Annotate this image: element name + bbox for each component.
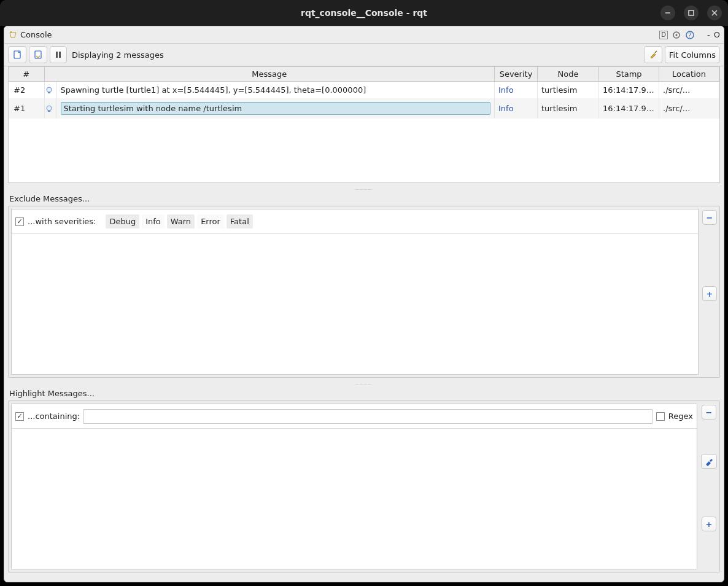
cell-location: ./src/...	[659, 82, 719, 99]
exclude-label: ...with severities:	[28, 217, 96, 226]
minus-icon: −	[707, 213, 713, 222]
window-maximize-button[interactable]	[684, 6, 699, 20]
table-row[interactable]: #2Spawning turtle [turtle1] at x=[5.5444…	[9, 82, 719, 99]
cell-stamp: 16:14:17.957...	[599, 82, 659, 99]
info-bulb-icon	[44, 98, 56, 119]
regex-label: Regex	[668, 412, 693, 421]
cell-num: #1	[9, 98, 44, 119]
highlight-marker-icon	[704, 456, 714, 466]
highlight-label: ...containing:	[28, 412, 80, 421]
cell-num: #2	[9, 82, 44, 99]
header-severity[interactable]: Severity	[495, 67, 538, 82]
status-text: Displaying 2 messages	[72, 50, 164, 60]
severity-chip-warn[interactable]: Warn	[167, 214, 195, 229]
header-stamp[interactable]: Stamp	[599, 67, 659, 82]
cell-stamp: 16:14:17.952...	[599, 98, 659, 119]
table-header-row: # Message Severity Node Stamp Location	[9, 67, 719, 82]
clear-button[interactable]	[644, 46, 662, 63]
plus-icon: +	[706, 520, 713, 529]
highlight-remove-button[interactable]: −	[702, 405, 716, 420]
svg-rect-11	[56, 52, 58, 58]
severity-chip-fatal[interactable]: Fatal	[227, 214, 253, 229]
messages-table[interactable]: # Message Severity Node Stamp Location #…	[8, 66, 720, 183]
window-minimize-button[interactable]	[660, 6, 675, 20]
severity-chip-info[interactable]: Info	[142, 214, 165, 229]
console-tab-label[interactable]: Console	[20, 30, 52, 39]
clear-broom-icon	[648, 50, 658, 60]
svg-line-13	[655, 51, 657, 53]
svg-point-6	[676, 34, 678, 36]
svg-point-14	[47, 87, 52, 92]
highlight-enable-checkbox[interactable]: ✓	[15, 412, 24, 421]
info-bulb-icon	[44, 82, 56, 99]
cell-message: Spawning turtle [turtle1] at x=[5.544445…	[56, 82, 495, 99]
header-node[interactable]: Node	[538, 67, 599, 82]
window-close-button[interactable]	[707, 6, 722, 20]
dock-menu-o[interactable]: O	[714, 30, 720, 39]
table-row[interactable]: #1Starting turtlesim with node name /tur…	[9, 98, 719, 119]
header-location[interactable]: Location	[659, 67, 719, 82]
help-icon[interactable]: ?	[685, 30, 695, 40]
highlight-marker-button[interactable]	[701, 454, 717, 469]
highlight-section-label: Highlight Messages...	[4, 385, 724, 400]
severity-chip-debug[interactable]: Debug	[106, 214, 139, 229]
highlight-panel: ✓ ...containing: Regex − +	[8, 400, 720, 572]
dock-badge-d[interactable]: D	[659, 31, 668, 39]
cell-severity[interactable]: Info	[495, 82, 538, 99]
svg-rect-17	[48, 111, 50, 112]
toolbar: Displaying 2 messages Fit Columns	[4, 44, 724, 66]
cell-location: ./src/...	[659, 98, 719, 119]
svg-rect-12	[59, 52, 61, 58]
svg-rect-15	[48, 92, 50, 93]
svg-point-16	[47, 106, 52, 111]
close-icon	[711, 10, 718, 16]
exclude-filter-row: ✓ ...with severities: DebugInfoWarnError…	[12, 209, 698, 234]
minus-icon: −	[706, 408, 713, 417]
exclude-enable-checkbox[interactable]: ✓	[15, 217, 24, 226]
highlight-filter-row: ✓ ...containing: Regex	[12, 404, 697, 429]
pause-button[interactable]	[50, 46, 67, 63]
highlight-listarea: ✓ ...containing: Regex	[11, 404, 697, 569]
highlight-text-input[interactable]	[83, 409, 652, 424]
load-file-icon	[12, 50, 22, 60]
exclude-remove-button[interactable]: −	[702, 210, 717, 225]
save-button[interactable]	[29, 46, 47, 63]
severity-chip-error[interactable]: Error	[197, 214, 224, 229]
load-button[interactable]	[8, 46, 26, 63]
cell-message: Starting turtlesim with node name /turtl…	[56, 98, 495, 119]
highlight-add-button[interactable]: +	[702, 517, 716, 531]
exclude-section-label: Exclude Messages...	[4, 190, 724, 206]
pause-icon	[54, 50, 63, 59]
window-titlebar: rqt_console__Console - rqt	[0, 0, 728, 26]
app-body: Console D ? - O Displaying 2 messages	[4, 26, 724, 582]
svg-point-4	[10, 31, 12, 32]
dock-menu-dash[interactable]: -	[707, 30, 710, 39]
header-message[interactable]: Message	[44, 67, 495, 82]
console-tab-icon	[8, 30, 18, 40]
plus-icon: +	[707, 289, 713, 299]
svg-rect-1	[689, 10, 694, 15]
dock-bar: Console D ? - O	[4, 26, 724, 44]
svg-text:?: ?	[688, 32, 691, 39]
header-num[interactable]: #	[9, 67, 44, 82]
save-file-icon	[33, 50, 43, 60]
exclude-panel: ✓ ...with severities: DebugInfoWarnError…	[8, 206, 720, 378]
window-title: rqt_console__Console - rqt	[0, 8, 728, 18]
fit-columns-button[interactable]: Fit Columns	[665, 46, 720, 63]
settings-gear-icon[interactable]	[672, 30, 681, 40]
exclude-listarea: ✓ ...with severities: DebugInfoWarnError…	[11, 209, 699, 375]
regex-checkbox[interactable]	[656, 412, 665, 421]
exclude-add-button[interactable]: +	[702, 286, 717, 301]
maximize-icon	[688, 10, 694, 16]
cell-severity[interactable]: Info	[495, 98, 538, 119]
cell-node: turtlesim	[538, 98, 599, 119]
cell-node: turtlesim	[538, 82, 599, 99]
minimize-icon	[665, 10, 671, 16]
